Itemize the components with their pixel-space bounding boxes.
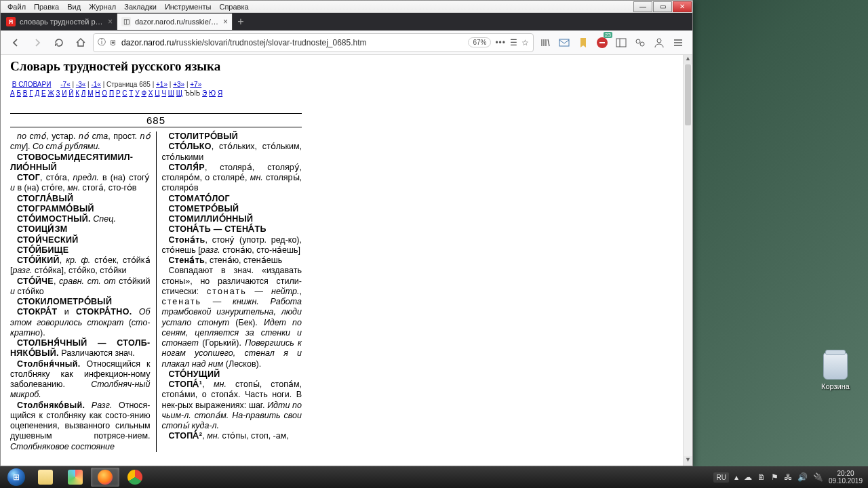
clock[interactable]: 20:20 09.10.2019 — [829, 470, 863, 485]
alpha-link[interactable]: В — [23, 89, 28, 97]
menu-tools[interactable]: Инструменты — [161, 3, 216, 11]
alpha-link[interactable]: Д — [35, 89, 39, 97]
alpha-link[interactable]: Я — [218, 89, 222, 97]
alpha-link[interactable]: Ц — [155, 89, 159, 97]
start-button[interactable]: ⊞ — [3, 468, 30, 487]
tab-0[interactable]: Я словарь трудностей русского × — [2, 14, 117, 30]
pager-link[interactable]: -7« — [60, 81, 70, 88]
taskbar-chrome[interactable] — [121, 468, 149, 487]
alpha-link[interactable]: Т — [129, 89, 133, 97]
alpha-link[interactable]: Й — [68, 89, 73, 97]
pager-link[interactable]: +1» — [156, 81, 167, 88]
dict-entry: СТОПА́¹, мн. стопы́, стопа́м, стопа́ми, … — [162, 380, 302, 431]
minimize-button[interactable]: — — [633, 1, 652, 12]
taskbar-explorer[interactable] — [31, 468, 60, 487]
mail-icon[interactable] — [555, 33, 573, 52]
alpha-link[interactable]: Ю — [209, 89, 216, 97]
nav-toolbar: ⓘ ⛨ dazor.narod.ru/russkie/slovari/trudn… — [1, 30, 692, 55]
language-indicator[interactable]: RU — [713, 472, 728, 483]
alpha-link[interactable]: Б — [16, 89, 21, 97]
scroll-down-icon[interactable]: ▼ — [684, 456, 692, 466]
clock-time: 20:20 — [829, 470, 863, 477]
desktop-trash-icon[interactable]: Корзина — [814, 352, 857, 390]
tab-close-icon[interactable]: × — [108, 17, 113, 26]
alpha-link[interactable]: Ч — [161, 89, 166, 97]
tray-power-icon[interactable]: 🔌 — [813, 472, 823, 482]
pager-current: Страница 685 — [106, 81, 151, 88]
tab-1[interactable]: ◫ dazor.narod.ru/russkie/slovari/ × — [117, 14, 233, 30]
sidebar-icon[interactable] — [612, 33, 630, 52]
dict-entry: СТО́ЙБИЩЕ — [10, 245, 151, 256]
menu-view[interactable]: Вид — [63, 3, 85, 11]
alpha-link[interactable]: У — [135, 89, 139, 97]
alpha-link[interactable]: И — [62, 89, 66, 97]
alpha-link[interactable]: А — [10, 89, 15, 97]
adblock-icon[interactable] — [593, 33, 611, 52]
alpha-link[interactable]: Ф — [141, 89, 146, 97]
alpha-link[interactable]: Х — [149, 89, 153, 97]
close-button[interactable]: ✕ — [673, 1, 692, 12]
reload-button[interactable] — [50, 33, 68, 52]
alpha-link[interactable]: З — [56, 89, 60, 97]
new-tab-button[interactable]: + — [233, 16, 249, 28]
dict-entry: СТОМЕТРО́ВЫЙ — [162, 204, 302, 214]
menu-edit[interactable]: Правка — [30, 3, 63, 11]
home-button[interactable] — [71, 33, 90, 52]
url-bar[interactable]: ⓘ ⛨ dazor.narod.ru/russkie/slovari/trudn… — [93, 33, 534, 52]
alpha-link[interactable]: Щ — [176, 89, 182, 97]
extension-icon[interactable] — [631, 33, 649, 52]
tray-cloud-icon[interactable]: ☁ — [744, 472, 752, 482]
menu-hamburger-icon[interactable] — [669, 33, 687, 52]
forward-button[interactable] — [28, 33, 47, 52]
tray-volume-icon[interactable]: 🔊 — [797, 472, 808, 482]
pager-link[interactable]: -1« — [91, 81, 100, 88]
folder-icon — [38, 470, 53, 485]
tab-close-icon[interactable]: × — [223, 17, 228, 26]
alpha-link[interactable]: Г — [29, 89, 33, 97]
alpha-link[interactable]: Ш — [168, 89, 174, 97]
tray-up-icon[interactable]: ▴ — [734, 472, 738, 482]
pager-link[interactable]: +7» — [190, 81, 201, 88]
alpha-link[interactable]: К — [75, 89, 79, 97]
alpha-link[interactable]: О — [102, 89, 107, 97]
alpha-link[interactable]: Н — [95, 89, 100, 97]
vertical-scrollbar[interactable]: ▲ ▼ — [683, 55, 692, 466]
tray-network-icon[interactable]: 🖧 — [784, 472, 792, 482]
bookmark-star-icon[interactable]: ☆ — [521, 38, 529, 47]
pager-link[interactable]: +3» — [173, 81, 184, 88]
alpha-link[interactable]: Л — [81, 89, 86, 97]
menu-file[interactable]: Файл — [3, 3, 30, 11]
taskbar-firefox[interactable] — [91, 468, 119, 487]
pager-link[interactable]: -3« — [76, 81, 85, 88]
library-icon[interactable] — [536, 33, 554, 52]
alpha-link[interactable]: П — [109, 89, 114, 97]
account-icon[interactable] — [650, 33, 668, 52]
menu-bookmarks[interactable]: Закладки — [120, 3, 161, 11]
alpha-link[interactable]: Э — [202, 89, 207, 97]
bookmark-flag-icon[interactable] — [574, 33, 592, 52]
site-info-icon[interactable]: ⓘ — [98, 37, 106, 48]
menu-help[interactable]: Справка — [215, 3, 252, 11]
scroll-thumb[interactable] — [685, 64, 691, 125]
alpha-link[interactable]: Р — [116, 89, 121, 97]
tray-flag-icon[interactable]: ⚑ — [771, 472, 778, 482]
alpha-link[interactable]: С — [122, 89, 127, 97]
more-icon[interactable]: ••• — [495, 38, 506, 47]
taskbar-app[interactable] — [61, 468, 90, 487]
alpha-link[interactable]: Е — [41, 89, 46, 97]
alpha-link[interactable]: М — [87, 89, 93, 97]
dict-entry: СТОГЛА́ВЫЙ — [10, 194, 151, 204]
shield-icon[interactable]: ⛨ — [110, 39, 117, 47]
svg-point-6 — [657, 39, 661, 43]
tray-doc-icon[interactable]: 🗎 — [757, 472, 766, 482]
back-to-index-link[interactable]: В СЛОВАРИ — [12, 81, 52, 88]
reader-mode-icon[interactable]: ☰ — [510, 38, 517, 47]
alpha-link[interactable]: Ж — [47, 89, 54, 97]
dict-entry: СТОМИЛЛИО́ННЫЙ — [162, 214, 302, 224]
menu-history[interactable]: Журнал — [85, 3, 120, 11]
back-button[interactable] — [6, 33, 25, 52]
page-viewport: Словарь трудностей русского языка В СЛОВ… — [1, 55, 683, 466]
zoom-indicator[interactable]: 67% — [468, 37, 491, 47]
maximize-button[interactable]: ▭ — [653, 1, 672, 12]
scroll-up-icon[interactable]: ▲ — [684, 55, 692, 64]
